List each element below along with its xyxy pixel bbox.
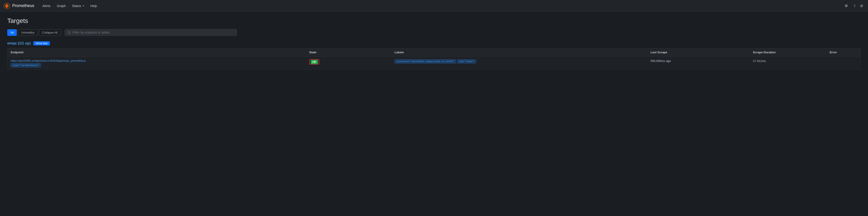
label-instance: instance="qce3260c.emqxcloud.cn:8443" (395, 59, 456, 64)
nav-status[interactable]: Status ▾ (69, 3, 87, 9)
labels-cell: instance="qce3260c.emqxcloud.cn:8443" jo… (391, 57, 647, 70)
col-header-endpoint: Endpoint (7, 48, 306, 57)
table-header-row: Endpoint State Labels Last Scrape Scrape… (7, 48, 861, 57)
col-header-scrape-duration: Scrape Duration (750, 48, 827, 57)
state-badge-up: UP (311, 60, 318, 64)
collapse-all-button[interactable]: Collapse All (39, 29, 61, 36)
scrape-duration-value: 17.411ms (753, 59, 766, 63)
filter-buttons: All Unhealthy Collapse All (7, 29, 61, 36)
chevron-down-icon: ▾ (83, 4, 84, 7)
unhealthy-filter-button[interactable]: Unhealthy (18, 29, 38, 36)
moon-icon: ☽ (852, 4, 856, 8)
error-cell (827, 57, 861, 70)
main-content: Targets All Unhealthy Collapse All emqx … (0, 12, 868, 75)
target-group: emqx (1/1 up) show less Endpoint State L… (7, 41, 861, 70)
group-header: emqx (1/1 up) show less (7, 41, 861, 45)
state-cell-highlight: UP (309, 59, 319, 64)
last-scrape-value: 556.000ms ago (651, 59, 671, 63)
group-title: emqx (1/1 up) (7, 41, 31, 45)
question-circle-icon: ⊘ (860, 4, 863, 8)
navbar: Prometheus Alerts Graph Status ▾ Help ⚙ … (0, 0, 868, 12)
labels-container: instance="qce3260c.emqxcloud.cn:8443" jo… (395, 59, 644, 64)
settings-button[interactable]: ⚙ (843, 2, 849, 9)
nav-help[interactable]: Help (88, 3, 99, 9)
all-filter-button[interactable]: All (7, 29, 17, 36)
help-icon-button[interactable]: ⊘ (859, 2, 864, 9)
nav-alerts[interactable]: Alerts (40, 3, 53, 9)
col-header-error: Error (827, 48, 861, 57)
scrape-duration-cell: 17.411ms (750, 57, 827, 70)
nav-links: Alerts Graph Status ▾ Help (40, 3, 843, 9)
navbar-icon-group: ⚙ ☽ ⊘ (843, 2, 864, 9)
theme-toggle-button[interactable]: ☽ (851, 2, 857, 9)
col-header-last-scrape: Last Scrape (647, 48, 750, 57)
brand-title: Prometheus (12, 3, 34, 8)
brand: Prometheus (4, 3, 34, 9)
search-box (65, 29, 237, 36)
svg-point-1 (6, 6, 7, 7)
search-icon (68, 31, 71, 34)
endpoint-tag-badge: type="prometheus" (11, 63, 41, 67)
page-title: Targets (7, 17, 861, 25)
col-header-labels: Labels (391, 48, 647, 57)
endpoint-cell: https://qce3260c.emqxcloud.cn:8443/api/e… (7, 57, 306, 70)
prometheus-logo-icon (4, 3, 10, 9)
nav-graph[interactable]: Graph (54, 3, 68, 9)
endpoint-link[interactable]: https://qce3260c.emqxcloud.cn:8443/api/e… (11, 59, 303, 62)
show-less-button[interactable]: show less (33, 41, 50, 45)
label-job: job="emqx" (457, 59, 476, 64)
last-scrape-cell: 556.000ms ago (647, 57, 750, 70)
targets-table: Endpoint State Labels Last Scrape Scrape… (7, 48, 861, 70)
state-cell: UP (306, 57, 391, 70)
table-row: https://qce3260c.emqxcloud.cn:8443/api/e… (7, 57, 861, 70)
search-input[interactable] (72, 31, 234, 34)
gear-icon: ⚙ (845, 4, 848, 8)
filter-bar: All Unhealthy Collapse All (7, 29, 861, 36)
col-header-state: State (306, 48, 391, 57)
